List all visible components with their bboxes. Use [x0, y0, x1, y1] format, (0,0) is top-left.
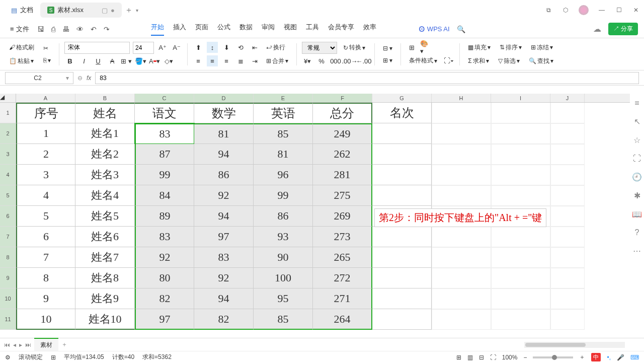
col-header-A[interactable]: A	[16, 94, 75, 102]
fill-color-button[interactable]: 🪣▾	[135, 56, 146, 67]
menu-tab-data[interactable]: 数据	[239, 23, 253, 36]
cell-H1[interactable]	[432, 103, 491, 123]
cell-A4[interactable]: 3	[16, 165, 75, 185]
menu-tab-view[interactable]: 视图	[284, 23, 297, 36]
col-header-C[interactable]: C	[135, 94, 194, 102]
cell-E4[interactable]: 96	[254, 165, 313, 185]
cell-B5[interactable]: 姓名4	[75, 185, 135, 206]
undo-icon[interactable]: ↶	[91, 25, 97, 33]
cell-E7[interactable]: 93	[254, 227, 313, 247]
cell-H4[interactable]	[432, 165, 491, 185]
cell-G4[interactable]	[372, 165, 432, 185]
preview-icon[interactable]: 👁	[76, 25, 84, 33]
align-right-button[interactable]: ≡	[221, 55, 232, 66]
cell-F4[interactable]: 281	[313, 165, 372, 185]
clear-format-button[interactable]: ◇▾	[163, 56, 174, 67]
row-header-11[interactable]: 11	[0, 309, 16, 330]
help-icon[interactable]: ?	[635, 228, 639, 237]
number-format-select[interactable]: 常规	[302, 42, 337, 54]
cell-C5[interactable]: 84	[135, 185, 194, 206]
cell-D9[interactable]: 92	[194, 268, 254, 288]
fit-icon[interactable]: ⛶	[490, 354, 496, 361]
zoom-in-icon[interactable]: ＋	[579, 353, 585, 361]
cell-J7[interactable]	[550, 227, 585, 247]
cube-icon[interactable]: ⬡	[561, 7, 570, 14]
col-header-I[interactable]: I	[491, 94, 550, 102]
menu-tab-tools[interactable]: 工具	[306, 23, 319, 36]
cell-A2[interactable]: 1	[16, 123, 75, 144]
cell-F3[interactable]: 262	[313, 144, 372, 165]
export-icon[interactable]: ⎙	[51, 25, 55, 33]
decrease-font-button[interactable]: A⁻	[171, 42, 182, 53]
cell-D11[interactable]: 82	[194, 309, 254, 330]
copy-button[interactable]: ⎘ ▾	[40, 55, 54, 65]
cell-G10[interactable]	[372, 288, 432, 309]
hamburger2-icon[interactable]: ≡	[634, 99, 639, 108]
menu-tab-review[interactable]: 审阅	[262, 23, 275, 36]
row-header-1[interactable]: 1	[0, 103, 16, 123]
find-button[interactable]: 🔍 查找 ▾	[526, 55, 556, 67]
cell-C6[interactable]: 89	[135, 206, 194, 227]
strikethrough-button[interactable]: A	[107, 56, 118, 67]
col-header-G[interactable]: G	[372, 94, 432, 102]
cell-J10[interactable]	[550, 288, 585, 309]
cell-C10[interactable]: 82	[135, 288, 194, 309]
italic-button[interactable]: I	[78, 56, 90, 67]
fill-button[interactable]: ▦ 填充 ▾	[465, 42, 494, 53]
ime-opt3-icon[interactable]: ⌨	[630, 354, 639, 361]
more-icon[interactable]: ⋯	[633, 246, 641, 256]
cell-D2[interactable]: 81	[194, 123, 254, 144]
sum-button[interactable]: Σ 求和 ▾	[465, 55, 492, 67]
align-center-button[interactable]: ≡	[207, 55, 218, 66]
cell-C1[interactable]: 语文	[135, 103, 194, 123]
zoom-slider[interactable]	[533, 356, 573, 358]
paste-button[interactable]: 📋粘贴 ▾	[6, 55, 37, 67]
toolbox-icon[interactable]: ✱	[634, 191, 640, 200]
select-all-corner[interactable]: ◢	[0, 94, 16, 102]
star-icon[interactable]: ☆	[633, 135, 640, 145]
file-menu-button[interactable]: ≡ 文件	[6, 23, 33, 36]
increase-decimal-button[interactable]: .00→	[344, 56, 355, 67]
align-top-button[interactable]: ⬆	[193, 42, 204, 53]
cell-F2[interactable]: 249	[313, 123, 372, 144]
ime-opt1-icon[interactable]: •,	[607, 354, 611, 361]
view-normal-icon[interactable]: ⊞	[456, 354, 461, 361]
prev-sheet-icon[interactable]: ◂	[13, 341, 16, 348]
save-icon[interactable]: 🖫	[37, 25, 44, 33]
redo-icon[interactable]: ↷	[104, 25, 110, 33]
book-icon[interactable]: 📖	[632, 209, 642, 219]
cell-A11[interactable]: 10	[16, 309, 75, 330]
cell-A6[interactable]: 5	[16, 206, 75, 227]
increase-font-button[interactable]: A⁺	[157, 42, 168, 53]
justify-button[interactable]: ≣	[235, 55, 246, 66]
grid-icon[interactable]: ⊞	[51, 354, 56, 361]
cell-C8[interactable]: 92	[135, 247, 194, 268]
cell-D1[interactable]: 数学	[194, 103, 254, 123]
settings-icon[interactable]: ⚙	[5, 354, 11, 361]
col-header-B[interactable]: B	[75, 94, 135, 102]
view-page-icon[interactable]: ▥	[467, 354, 473, 361]
cell-F7[interactable]: 273	[313, 227, 372, 247]
indent-increase-button[interactable]: ⇥	[249, 55, 260, 66]
col-header-E[interactable]: E	[254, 94, 313, 102]
cell-B4[interactable]: 姓名3	[75, 165, 135, 185]
menu-tab-page[interactable]: 页面	[195, 23, 208, 36]
cell-I9[interactable]	[491, 268, 550, 288]
cell-H3[interactable]	[432, 144, 491, 165]
row-header-7[interactable]: 7	[0, 227, 16, 247]
underline-button[interactable]: U	[93, 56, 104, 67]
cell-E8[interactable]: 90	[254, 247, 313, 268]
cell-G2[interactable]	[372, 123, 432, 144]
cell-A5[interactable]: 4	[16, 185, 75, 206]
row-header-3[interactable]: 3	[0, 144, 16, 165]
cell-D3[interactable]: 94	[194, 144, 254, 165]
wrap-text-button[interactable]: ⮐ 换行	[263, 42, 288, 53]
formula-input[interactable]	[95, 72, 639, 84]
view-break-icon[interactable]: ⊟	[479, 354, 484, 361]
cell-G1[interactable]: 名次	[372, 103, 432, 123]
first-sheet-icon[interactable]: ⏮	[4, 341, 10, 348]
cell-H5[interactable]	[432, 185, 491, 206]
cancel-icon[interactable]: ⊖	[77, 75, 83, 82]
ime-opt2-icon[interactable]: 🎤	[617, 354, 624, 361]
cell-G3[interactable]	[372, 144, 432, 165]
